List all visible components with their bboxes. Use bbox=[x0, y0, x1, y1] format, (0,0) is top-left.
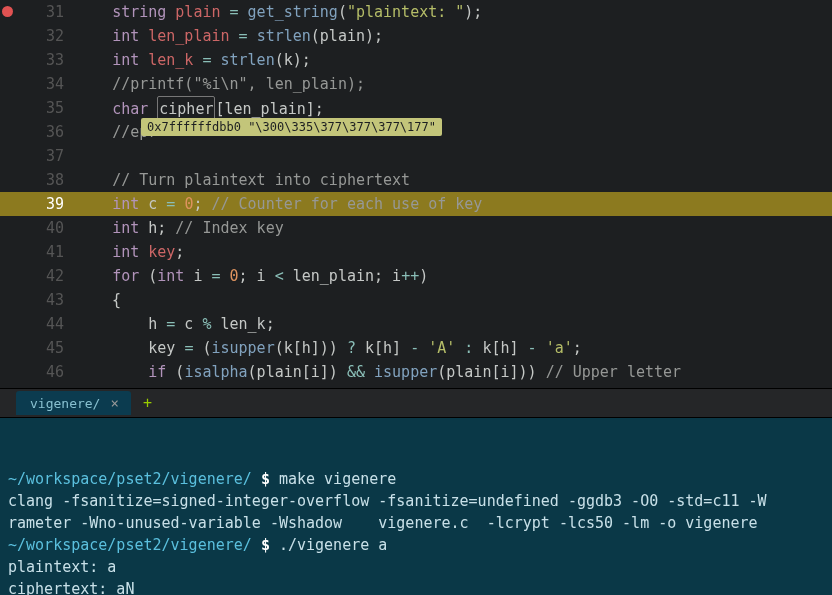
line-number: 41 bbox=[16, 240, 76, 264]
code-content[interactable]: if (isalpha(plain[i]) && isupper(plain[i… bbox=[76, 360, 832, 384]
code-content[interactable]: { bbox=[76, 288, 832, 312]
code-line[interactable]: 35 char cipher[len_plain]; bbox=[0, 96, 832, 120]
code-content[interactable]: int c = 0; // Counter for each use of ke… bbox=[76, 192, 832, 216]
code-line[interactable]: 45 key = (isupper(k[h])) ? k[h] - 'A' : … bbox=[0, 336, 832, 360]
line-number: 36 bbox=[16, 120, 76, 144]
code-line[interactable]: 44 h = c % len_k; bbox=[0, 312, 832, 336]
line-number: 46 bbox=[16, 360, 76, 384]
code-content[interactable]: h = c % len_k; bbox=[76, 312, 832, 336]
code-line[interactable]: 42 for (int i = 0; i < len_plain; i++) bbox=[0, 264, 832, 288]
code-line[interactable]: 46 if (isalpha(plain[i]) && isupper(plai… bbox=[0, 360, 832, 384]
breakpoint-gutter[interactable] bbox=[0, 144, 16, 168]
close-icon[interactable]: × bbox=[110, 395, 118, 411]
line-number: 38 bbox=[16, 168, 76, 192]
code-line[interactable]: 41 int key; bbox=[0, 240, 832, 264]
breakpoint-gutter[interactable] bbox=[0, 336, 16, 360]
breakpoint-gutter[interactable] bbox=[0, 24, 16, 48]
code-content[interactable]: // Turn plaintext into ciphertext bbox=[76, 168, 832, 192]
line-number: 33 bbox=[16, 48, 76, 72]
breakpoint-gutter[interactable] bbox=[0, 0, 16, 24]
code-editor[interactable]: 31 string plain = get_string("plaintext:… bbox=[0, 0, 832, 388]
breakpoint-gutter[interactable] bbox=[0, 288, 16, 312]
code-line[interactable]: 43 { bbox=[0, 288, 832, 312]
line-number: 37 bbox=[16, 144, 76, 168]
terminal-line: plaintext: a bbox=[8, 556, 824, 578]
terminal-line: ~/workspace/pset2/vigenere/ $ ./vigenere… bbox=[8, 534, 824, 556]
line-number: 34 bbox=[16, 72, 76, 96]
code-content[interactable]: char cipher[len_plain]; bbox=[76, 96, 832, 120]
code-line[interactable]: 40 int h; // Index key bbox=[0, 216, 832, 240]
line-number: 31 bbox=[16, 0, 76, 24]
breakpoint-gutter[interactable] bbox=[0, 192, 16, 216]
code-content[interactable]: string plain = get_string("plaintext: ")… bbox=[76, 0, 832, 24]
terminal-tabbar: vigenere/ × + bbox=[0, 388, 832, 418]
line-number: 32 bbox=[16, 24, 76, 48]
code-content[interactable]: int key; bbox=[76, 240, 832, 264]
code-content[interactable]: //printf("%i\n", len_plain); bbox=[76, 72, 832, 96]
code-line[interactable]: 38 // Turn plaintext into ciphertext bbox=[0, 168, 832, 192]
line-number: 39 bbox=[16, 192, 76, 216]
code-content[interactable]: key = (isupper(k[h])) ? k[h] - 'A' : k[h… bbox=[76, 336, 832, 360]
terminal-line: rameter -Wno-unused-variable -Wshadow vi… bbox=[8, 512, 824, 534]
code-line[interactable]: 32 int len_plain = strlen(plain); bbox=[0, 24, 832, 48]
code-line[interactable]: 39 int c = 0; // Counter for each use of… bbox=[0, 192, 832, 216]
breakpoint-gutter[interactable] bbox=[0, 240, 16, 264]
terminal-tab[interactable]: vigenere/ × bbox=[16, 391, 131, 415]
debug-tooltip: 0x7ffffffdbb0 "\300\335\377\377\377\177" bbox=[141, 118, 442, 136]
add-tab-icon[interactable]: + bbox=[143, 394, 152, 412]
line-number: 35 bbox=[16, 96, 76, 120]
terminal-tab-label: vigenere/ bbox=[30, 396, 100, 411]
code-line[interactable]: 31 string plain = get_string("plaintext:… bbox=[0, 0, 832, 24]
breakpoint-gutter[interactable] bbox=[0, 48, 16, 72]
code-line[interactable]: 34 //printf("%i\n", len_plain); bbox=[0, 72, 832, 96]
code-content[interactable] bbox=[76, 144, 832, 168]
breakpoint-gutter[interactable] bbox=[0, 120, 16, 144]
code-content[interactable]: for (int i = 0; i < len_plain; i++) bbox=[76, 264, 832, 288]
line-number: 43 bbox=[16, 288, 76, 312]
line-number: 45 bbox=[16, 336, 76, 360]
terminal-line: ciphertext: aN bbox=[8, 578, 824, 595]
breakpoint-gutter[interactable] bbox=[0, 96, 16, 120]
breakpoint-gutter[interactable] bbox=[0, 264, 16, 288]
breakpoint-gutter[interactable] bbox=[0, 360, 16, 384]
code-content[interactable]: int len_k = strlen(k); bbox=[76, 48, 832, 72]
line-number: 42 bbox=[16, 264, 76, 288]
line-number: 44 bbox=[16, 312, 76, 336]
breakpoint-gutter[interactable] bbox=[0, 216, 16, 240]
code-line[interactable]: 37 bbox=[0, 144, 832, 168]
code-content[interactable]: int h; // Index key bbox=[76, 216, 832, 240]
terminal-line: ~/workspace/pset2/vigenere/ $ make vigen… bbox=[8, 468, 824, 490]
code-content[interactable]: int len_plain = strlen(plain); bbox=[76, 24, 832, 48]
breakpoint-gutter[interactable] bbox=[0, 168, 16, 192]
line-number: 40 bbox=[16, 216, 76, 240]
breakpoint-icon[interactable] bbox=[2, 6, 13, 17]
terminal-line: clang -fsanitize=signed-integer-overflow… bbox=[8, 490, 824, 512]
breakpoint-gutter[interactable] bbox=[0, 72, 16, 96]
breakpoint-gutter[interactable] bbox=[0, 312, 16, 336]
terminal[interactable]: ~/workspace/pset2/vigenere/ $ make vigen… bbox=[0, 418, 832, 595]
code-line[interactable]: 33 int len_k = strlen(k); bbox=[0, 48, 832, 72]
